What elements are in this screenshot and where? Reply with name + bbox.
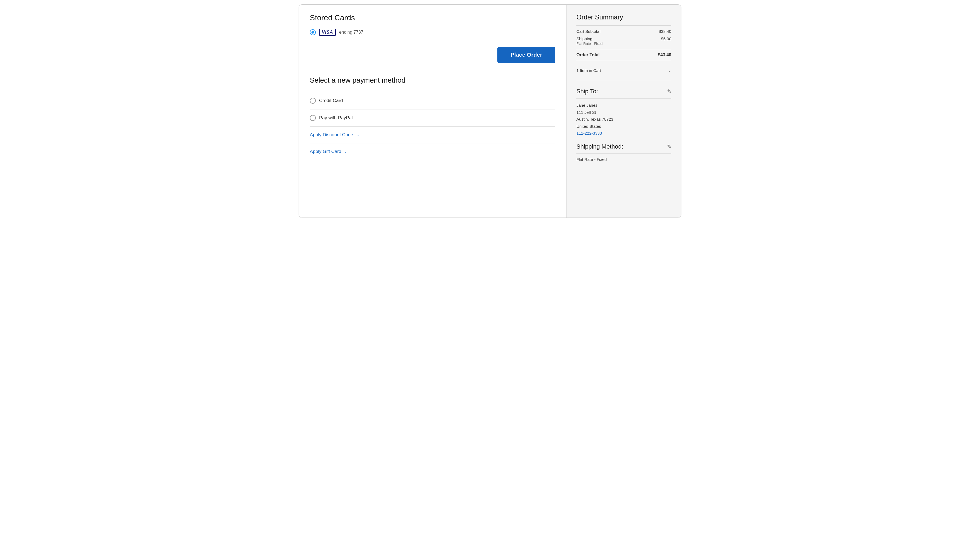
shipping-row: Shipping Flat Rate - Fixed $5.00 bbox=[576, 37, 671, 46]
stored-cards-title: Stored Cards bbox=[310, 13, 555, 22]
place-order-button[interactable]: Place Order bbox=[497, 47, 555, 63]
address-country: United States bbox=[576, 123, 671, 130]
order-total-label: Order Total bbox=[576, 53, 600, 57]
apply-discount-accordion[interactable]: Apply Discount Code ⌄ bbox=[310, 127, 555, 144]
page-wrapper: Stored Cards VISA ending 7737 Place Orde… bbox=[299, 4, 681, 218]
credit-card-label: Credit Card bbox=[319, 98, 343, 104]
shipping-method-title: Shipping Method: bbox=[576, 143, 623, 150]
items-in-cart-row[interactable]: 1 Item in Cart ⌄ bbox=[576, 64, 671, 77]
shipping-method-section: Shipping Method: ✎ Flat Rate - Fixed bbox=[576, 143, 671, 162]
shipping-method-header: Shipping Method: ✎ bbox=[576, 143, 671, 150]
visa-radio-button[interactable] bbox=[310, 29, 316, 35]
apply-gift-card-accordion[interactable]: Apply Gift Card ⌄ bbox=[310, 144, 555, 160]
divider-5 bbox=[576, 98, 671, 99]
ship-to-title: Ship To: bbox=[576, 88, 598, 95]
ship-to-edit-icon[interactable]: ✎ bbox=[667, 88, 671, 94]
shipping-label-group: Shipping Flat Rate - Fixed bbox=[576, 37, 603, 46]
divider-4 bbox=[576, 80, 671, 80]
place-order-btn-row: Place Order bbox=[310, 47, 555, 63]
shipping-sub-label: Flat Rate - Fixed bbox=[576, 41, 603, 46]
address-block: Jane Janes 111 Jeff St Austin, Texas 787… bbox=[576, 102, 671, 136]
cart-subtotal-value: $38.40 bbox=[659, 29, 671, 34]
ship-to-header: Ship To: ✎ bbox=[576, 88, 671, 95]
visa-radio-inner bbox=[312, 31, 314, 34]
shipping-label: Shipping bbox=[576, 37, 603, 41]
shipping-value: $5.00 bbox=[661, 37, 671, 41]
divider-6 bbox=[576, 153, 671, 154]
shipping-method-edit-icon[interactable]: ✎ bbox=[667, 144, 671, 150]
address-city-state-zip: Austin, Texas 78723 bbox=[576, 116, 671, 123]
paypal-radio[interactable] bbox=[310, 115, 316, 121]
items-in-cart-label: 1 Item in Cart bbox=[576, 68, 601, 73]
shipping-method-value: Flat Rate - Fixed bbox=[576, 157, 671, 162]
address-street: 111 Jeff St bbox=[576, 109, 671, 116]
left-panel: Stored Cards VISA ending 7737 Place Orde… bbox=[299, 5, 566, 217]
gift-card-chevron-icon: ⌄ bbox=[344, 149, 347, 154]
order-summary-title: Order Summary bbox=[576, 13, 671, 21]
right-panel: Order Summary Cart Subtotal $38.40 Shipp… bbox=[566, 5, 681, 217]
apply-discount-label: Apply Discount Code bbox=[310, 132, 353, 137]
card-ending-text: ending 7737 bbox=[339, 30, 363, 35]
order-total-value: $43.40 bbox=[658, 53, 671, 57]
credit-card-radio[interactable] bbox=[310, 98, 316, 104]
discount-chevron-icon: ⌄ bbox=[356, 133, 359, 137]
paypal-option[interactable]: Pay with PayPal bbox=[310, 109, 555, 127]
credit-card-option[interactable]: Credit Card bbox=[310, 92, 555, 109]
stored-card-row: VISA ending 7737 bbox=[310, 29, 555, 36]
address-name: Jane Janes bbox=[576, 102, 671, 109]
apply-gift-card-label: Apply Gift Card bbox=[310, 149, 341, 154]
order-total-row: Order Total $43.40 bbox=[576, 53, 671, 57]
cart-subtotal-label: Cart Subtotal bbox=[576, 29, 600, 34]
divider-1 bbox=[576, 26, 671, 26]
cart-subtotal-row: Cart Subtotal $38.40 bbox=[576, 29, 671, 34]
items-chevron-icon: ⌄ bbox=[668, 69, 671, 73]
address-phone: 111-222-3333 bbox=[576, 131, 671, 136]
ship-to-section: Ship To: ✎ Jane Janes 111 Jeff St Austin… bbox=[576, 88, 671, 136]
new-payment-title: Select a new payment method bbox=[310, 76, 555, 85]
paypal-label: Pay with PayPal bbox=[319, 115, 353, 121]
visa-logo: VISA bbox=[319, 29, 336, 36]
